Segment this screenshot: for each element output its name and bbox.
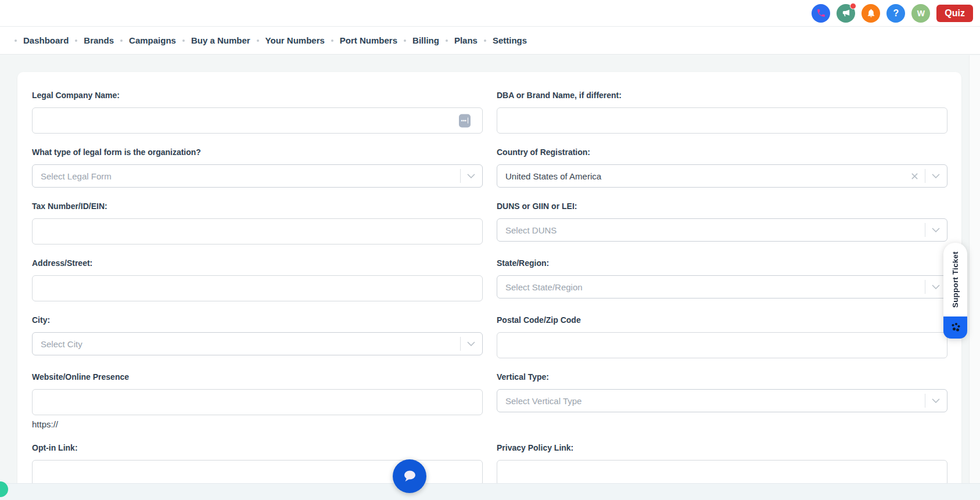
state-region-placeholder: Select State/Region	[505, 282, 925, 292]
dba-brand-name-input[interactable]	[497, 107, 947, 134]
field-duns: DUNS or GIIN or LEI: Select DUNS	[497, 202, 947, 244]
select-divider	[460, 337, 461, 351]
select-divider	[925, 223, 925, 237]
nav-separator-dot	[484, 39, 486, 42]
notifications-button[interactable]	[861, 4, 880, 23]
legal-company-name-input[interactable]	[32, 107, 483, 134]
avatar-initial: W	[917, 9, 925, 17]
state-region-label: State/Region:	[497, 258, 947, 268]
quiz-button[interactable]: Quiz	[936, 5, 973, 22]
chevron-down-icon	[467, 341, 475, 346]
duns-select[interactable]: Select DUNS	[497, 218, 947, 242]
privacy-policy-link-label: Privacy Policy Link:	[497, 443, 947, 453]
tax-number-label: Tax Number/ID/EIN:	[32, 202, 483, 211]
privacy-policy-link-input[interactable]	[497, 460, 947, 486]
tax-number-input[interactable]	[32, 218, 483, 244]
chevron-down-icon	[932, 174, 940, 178]
nav-item-billing[interactable]: Billing	[412, 35, 439, 45]
opt-in-link-label: Opt-in Link:	[32, 443, 483, 453]
field-privacy-policy-link: Privacy Policy Link:	[497, 443, 947, 486]
phone-icon	[816, 8, 826, 18]
phone-button[interactable]	[812, 4, 830, 23]
country-value: United States of America	[505, 171, 911, 181]
select-divider	[925, 169, 925, 183]
nav-separator-dot	[182, 39, 185, 42]
chat-launcher-button[interactable]	[393, 459, 426, 493]
duns-label: DUNS or GIIN or LEI:	[497, 202, 947, 211]
nav-item-your-numbers[interactable]: Your Numbers	[265, 35, 325, 45]
select-divider	[925, 394, 925, 408]
duns-placeholder: Select DUNS	[505, 225, 925, 235]
select-divider	[925, 280, 925, 294]
city-label: City:	[32, 315, 483, 325]
address-street-label: Address/Street:	[32, 258, 483, 268]
support-ticket-label: Support Ticket	[951, 251, 960, 308]
support-ticket-tab[interactable]: Support Ticket	[943, 243, 967, 339]
nav-separator-dot	[257, 39, 259, 42]
city-select[interactable]: Select City	[32, 332, 483, 355]
nav-item-brands[interactable]: Brands	[84, 35, 114, 45]
select-divider	[460, 169, 461, 183]
legal-company-name-label: Legal Company Name:	[32, 91, 483, 100]
field-tax-number: Tax Number/ID/EIN:	[32, 202, 483, 244]
chevron-down-icon	[932, 398, 940, 403]
megaphone-icon	[841, 8, 851, 18]
vertical-type-select[interactable]: Select Vertical Type	[497, 389, 947, 412]
city-placeholder: Select City	[41, 339, 460, 349]
nav-separator-dot	[404, 39, 406, 42]
chevron-down-icon	[932, 228, 940, 232]
autofill-extension-icon[interactable]: •••	[459, 114, 471, 127]
nav-separator-dot	[120, 39, 123, 42]
nav-item-dashboard[interactable]: Dashboard	[23, 35, 69, 45]
nav-item-port-numbers[interactable]: Port Numbers	[340, 35, 397, 45]
website-helper-text: https://	[32, 419, 483, 429]
country-select[interactable]: United States of America	[497, 164, 947, 188]
chevron-down-icon	[467, 174, 475, 178]
field-postal-code: Postal Code/Zip Code	[497, 315, 947, 358]
announcements-button[interactable]	[837, 4, 855, 23]
legal-form-placeholder: Select Legal Form	[41, 171, 460, 181]
brand-form-card: Legal Company Name: ••• DBA or Brand Nam…	[17, 72, 961, 500]
state-region-select[interactable]: Select State/Region	[497, 275, 947, 298]
nav-item-campaigns[interactable]: Campaigns	[129, 35, 176, 45]
chat-bubble-icon	[401, 467, 418, 485]
postal-code-label: Postal Code/Zip Code	[497, 315, 947, 325]
field-website: Website/Online Presence https://	[32, 372, 483, 429]
paw-widget-icon	[949, 321, 962, 334]
nav-item-plans[interactable]: Plans	[454, 35, 478, 45]
field-legal-company-name: Legal Company Name: •••	[32, 91, 483, 134]
notification-badge	[850, 3, 856, 9]
field-address-street: Address/Street:	[32, 258, 483, 301]
country-label: Country of Registration:	[497, 148, 947, 157]
field-country-of-registration: Country of Registration: United States o…	[497, 148, 947, 188]
nav-item-buy-a-number[interactable]: Buy a Number	[191, 35, 250, 45]
field-state-region: State/Region: Select State/Region	[497, 258, 947, 301]
vertical-type-placeholder: Select Vertical Type	[505, 396, 925, 406]
address-street-input[interactable]	[32, 275, 483, 301]
vertical-type-label: Vertical Type:	[497, 372, 947, 382]
field-city: City: Select City	[32, 315, 483, 358]
chevron-down-icon	[932, 285, 940, 289]
page-body: Legal Company Name: ••• DBA or Brand Nam…	[0, 55, 980, 500]
scrollbar-track[interactable]	[969, 55, 980, 500]
support-widget-button[interactable]	[943, 316, 967, 339]
nav-item-settings[interactable]: Settings	[493, 35, 527, 45]
help-icon: ?	[893, 9, 899, 18]
nav-separator-dot	[15, 39, 17, 42]
postal-code-input[interactable]	[497, 332, 947, 358]
website-input[interactable]	[32, 389, 483, 415]
avatar[interactable]: W	[911, 4, 930, 23]
field-legal-form: What type of legal form is the organizat…	[32, 148, 483, 188]
field-dba-brand-name: DBA or Brand Name, if different:	[497, 91, 947, 134]
bottom-strip	[0, 483, 980, 500]
field-vertical-type: Vertical Type: Select Vertical Type	[497, 372, 947, 429]
dba-brand-name-label: DBA or Brand Name, if different:	[497, 91, 947, 100]
website-label: Website/Online Presence	[32, 372, 483, 382]
bell-icon	[866, 8, 876, 18]
help-button[interactable]: ?	[886, 4, 905, 23]
legal-form-select[interactable]: Select Legal Form	[32, 164, 483, 188]
top-header: ? W Quiz	[0, 0, 980, 27]
nav-separator-dot	[331, 39, 333, 42]
clear-icon[interactable]	[911, 172, 918, 180]
main-nav: Dashboard Brands Campaigns Buy a Number …	[0, 27, 980, 55]
